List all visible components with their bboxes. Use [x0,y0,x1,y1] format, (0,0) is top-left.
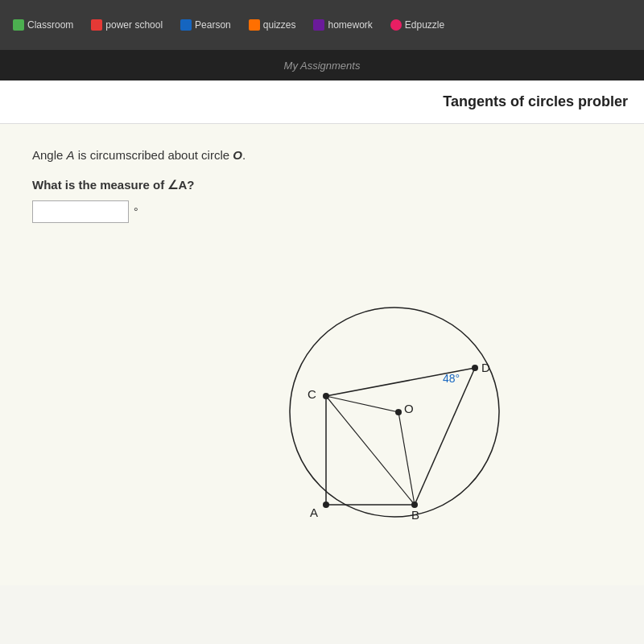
tab-powerschool-label: power school [105,19,163,31]
content-area: Tangents of circles probler Angle A is c… [0,80,644,644]
svg-point-11 [411,502,418,508]
tab-homework-label: homework [328,19,372,31]
label-B: B [411,508,419,522]
label-C: C [308,387,316,401]
page-header-bar: My Assignments [0,50,644,80]
tab-powerschool[interactable]: power school [85,16,169,34]
desc-part2: is circumscribed about circle [75,148,233,162]
homework-icon [313,19,324,31]
problem-description: Angle A is circumscribed about circle O. [32,148,612,162]
classroom-icon [13,19,24,31]
degree-symbol: ° [134,205,138,218]
svg-point-12 [395,409,402,415]
answer-input[interactable] [32,200,129,223]
label-A: A [310,506,318,519]
desc-A: A [67,148,75,162]
question-angle: ∠A [167,178,187,192]
answer-input-row: ° [32,200,612,223]
browser-toolbar: Classroom power school Pearson quizzes h… [0,0,644,50]
problem-title-bar: Tangents of circles probler [0,80,644,124]
tab-quizzes[interactable]: quizzes [242,16,303,34]
tab-quizzes-label: quizzes [263,19,296,31]
edpuzzle-icon [390,19,402,31]
svg-line-7 [398,412,415,505]
angle-48-label: 48° [443,372,460,385]
label-D: D [481,361,490,374]
svg-point-0 [290,308,499,517]
desc-part3: . [242,148,246,162]
geometry-diagram: C D A B O 48° [177,255,515,545]
question-part1: What is the measure of [32,178,167,192]
tab-classroom[interactable]: Classroom [6,16,80,34]
desc-O: O [233,148,242,162]
powerschool-icon [91,19,102,31]
tab-classroom-label: Classroom [27,19,73,31]
tab-pearson[interactable]: Pearson [174,16,237,34]
svg-point-10 [323,502,329,508]
problem-question: What is the measure of ∠A? [32,178,612,192]
tab-pearson-label: Pearson [195,19,231,31]
diagram-container: C D A B O 48° [32,247,612,561]
quizzes-icon [249,19,260,31]
tab-edpuzzle-label: Edpuzzle [405,19,444,31]
tab-homework[interactable]: homework [307,16,378,34]
svg-line-3 [415,368,475,505]
pearson-icon [180,19,192,31]
svg-point-8 [323,393,329,399]
problem-content: Angle A is circumscribed about circle O.… [0,124,644,585]
svg-point-9 [472,365,478,371]
page-header-title: My Assignments [284,60,361,72]
tab-edpuzzle[interactable]: Edpuzzle [384,16,451,34]
problem-title: Tangents of circles probler [443,93,628,109]
label-O: O [404,402,414,415]
question-part2: ? [187,178,194,192]
desc-part1: Angle [32,148,67,162]
